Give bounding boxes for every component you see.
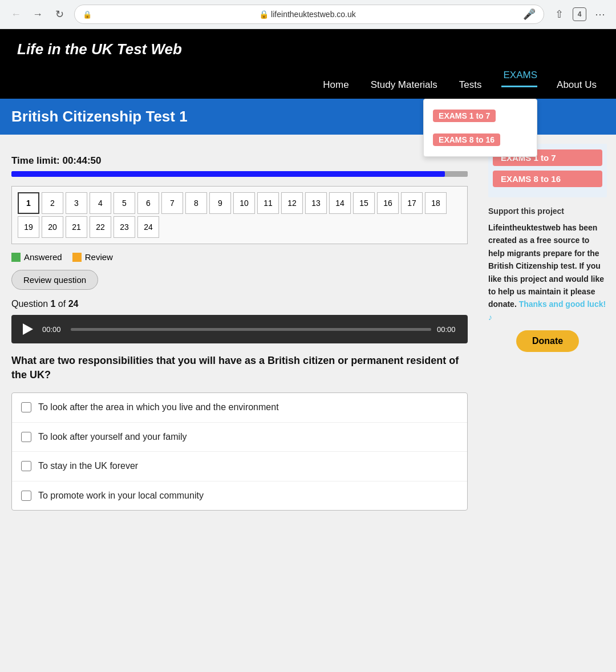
browser-chrome: ← → ↻ 🔒 🔒 lifeintheuktestweb.co.uk 🎤 ⇧ 4… xyxy=(0,0,616,29)
reload-button[interactable]: ↻ xyxy=(50,5,68,23)
support-section: Support this project Lifeintheuktestweb … xyxy=(488,207,607,352)
main-content: Time limit: 00:44:50 1234567891011121314… xyxy=(0,135,479,528)
question-num-1[interactable]: 1 xyxy=(18,192,39,214)
forward-button[interactable]: → xyxy=(29,5,47,23)
question-num-11[interactable]: 11 xyxy=(257,192,279,214)
answer-text-2: To look after yourself and your family xyxy=(38,431,187,443)
donate-button[interactable]: Donate xyxy=(516,330,579,352)
answer-checkbox-1[interactable] xyxy=(21,402,31,412)
time-limit: Time limit: 00:44:50 xyxy=(11,155,468,167)
question-num-9[interactable]: 9 xyxy=(209,192,231,214)
share-button[interactable]: ⇧ xyxy=(550,5,568,23)
progress-bar-container xyxy=(11,171,468,177)
play-icon xyxy=(23,323,33,335)
support-main-text: Lifeintheuktestweb has been created as a… xyxy=(488,223,604,309)
answer-text-3: To stay in the UK forever xyxy=(38,460,138,472)
audio-track[interactable] xyxy=(71,328,431,331)
legend-review: Review xyxy=(72,252,113,262)
current-question: 1 xyxy=(51,299,56,309)
question-num-16[interactable]: 16 xyxy=(377,192,399,214)
exam-link-8to16[interactable]: EXAMS 8 to 16 xyxy=(493,171,602,187)
exams-1to7-badge[interactable]: EXAMS 1 to 7 xyxy=(433,110,496,122)
mic-icon: 🎤 xyxy=(523,8,536,21)
nav-tests[interactable]: Tests xyxy=(457,74,484,99)
more-button[interactable]: ⋯ xyxy=(591,5,609,23)
answer-option-3[interactable]: To stay in the UK forever xyxy=(12,452,467,481)
answer-checkbox-3[interactable] xyxy=(21,461,31,471)
site-header: Life in the UK Test Web Home Study Mater… xyxy=(0,29,616,99)
question-num-8[interactable]: 8 xyxy=(185,192,207,214)
answer-options: To look after the area in which you live… xyxy=(11,392,468,511)
answer-option-2[interactable]: To look after yourself and your family xyxy=(12,423,467,452)
answered-color xyxy=(11,253,21,262)
question-grid-container: 123456789101112131415161718192021222324 xyxy=(11,186,468,244)
question-num-6[interactable]: 6 xyxy=(137,192,159,214)
audio-start-time: 00:00 xyxy=(42,325,65,334)
question-num-21[interactable]: 21 xyxy=(66,216,87,238)
dropdown-exams-8to16[interactable]: EXAMS 8 to 16 xyxy=(424,128,537,152)
question-num-14[interactable]: 14 xyxy=(329,192,351,214)
question-num-10[interactable]: 10 xyxy=(233,192,255,214)
nav-study-materials[interactable]: Study Materials xyxy=(368,74,440,99)
question-num-23[interactable]: 23 xyxy=(114,216,135,238)
progress-bar-fill xyxy=(11,171,445,177)
question-text: What are two responsibilities that you w… xyxy=(11,354,468,382)
total-questions: 24 xyxy=(68,299,79,309)
question-num-22[interactable]: 22 xyxy=(90,216,111,238)
dropdown-exams-1to7[interactable]: EXAMS 1 to 7 xyxy=(424,104,537,128)
answer-option-4[interactable]: To promote work in your local community xyxy=(12,481,467,510)
question-num-5[interactable]: 5 xyxy=(114,192,135,214)
question-label: Question xyxy=(11,299,48,309)
legend: Answered Review xyxy=(11,252,468,262)
exams-dropdown: EXAMS 1 to 7 EXAMS 8 to 16 xyxy=(423,99,537,157)
nav-buttons: ← → ↻ xyxy=(7,5,68,23)
answer-text-1: To look after the area in which you live… xyxy=(38,401,279,414)
question-num-7[interactable]: 7 xyxy=(161,192,183,214)
question-num-4[interactable]: 4 xyxy=(90,192,111,214)
review-label: Review xyxy=(85,252,113,262)
answered-label: Answered xyxy=(24,252,62,262)
play-button[interactable] xyxy=(19,321,37,338)
lock-icon: 🔒 xyxy=(83,10,92,19)
of-label: of xyxy=(58,299,66,309)
tab-count[interactable]: 4 xyxy=(573,7,586,21)
question-num-2[interactable]: 2 xyxy=(42,192,63,214)
url-text: 🔒 lifeintheuktestweb.co.uk xyxy=(96,10,518,19)
content-area: Time limit: 00:44:50 1234567891011121314… xyxy=(0,135,616,528)
question-counter: Question 1 of 24 xyxy=(11,299,468,309)
support-text: Lifeintheuktestweb has been created as a… xyxy=(488,221,607,323)
sidebar: EXAMS 1 to 7 EXAMS 8 to 16 Support this … xyxy=(479,135,616,528)
legend-answered: Answered xyxy=(11,252,62,262)
question-num-13[interactable]: 13 xyxy=(305,192,327,214)
nav-exams-wrapper: EXAMS EXAMS 1 to 7 EXAMS 8 to 16 xyxy=(501,70,538,99)
exams-8to16-badge[interactable]: EXAMS 8 to 16 xyxy=(433,133,500,146)
review-button[interactable]: Review question xyxy=(11,270,98,290)
address-bar[interactable]: 🔒 🔒 lifeintheuktestweb.co.uk 🎤 xyxy=(74,5,544,24)
exam-badge-8to16[interactable]: EXAMS 8 to 16 xyxy=(493,171,602,187)
question-num-19[interactable]: 19 xyxy=(18,216,39,238)
support-title: Support this project xyxy=(488,207,607,216)
answer-checkbox-4[interactable] xyxy=(21,491,31,501)
answer-checkbox-2[interactable] xyxy=(21,432,31,442)
question-num-18[interactable]: 18 xyxy=(425,192,447,214)
nav-about-us[interactable]: About Us xyxy=(554,74,599,99)
answer-text-4: To promote work in your local community xyxy=(38,489,204,502)
question-num-24[interactable]: 24 xyxy=(137,216,159,238)
back-button[interactable]: ← xyxy=(7,5,25,23)
answer-option-1[interactable]: To look after the area in which you live… xyxy=(12,393,467,422)
question-num-12[interactable]: 12 xyxy=(281,192,303,214)
audio-player: 00:00 00:00 xyxy=(11,315,468,343)
question-num-3[interactable]: 3 xyxy=(66,192,87,214)
nav-bar: Home Study Materials Tests EXAMS EXAMS 1… xyxy=(17,70,599,99)
question-num-17[interactable]: 17 xyxy=(401,192,423,214)
page-body: British Citizenship Test 1 Time limit: 0… xyxy=(0,99,616,528)
review-color xyxy=(72,253,82,262)
browser-actions: ⇧ 4 ⋯ xyxy=(550,5,609,23)
audio-end-time: 00:00 xyxy=(437,325,460,334)
nav-home[interactable]: Home xyxy=(321,74,351,99)
question-grid: 123456789101112131415161718192021222324 xyxy=(18,192,461,238)
page-title: British Citizenship Test 1 xyxy=(11,108,188,125)
question-num-20[interactable]: 20 xyxy=(42,216,63,238)
question-num-15[interactable]: 15 xyxy=(353,192,375,214)
